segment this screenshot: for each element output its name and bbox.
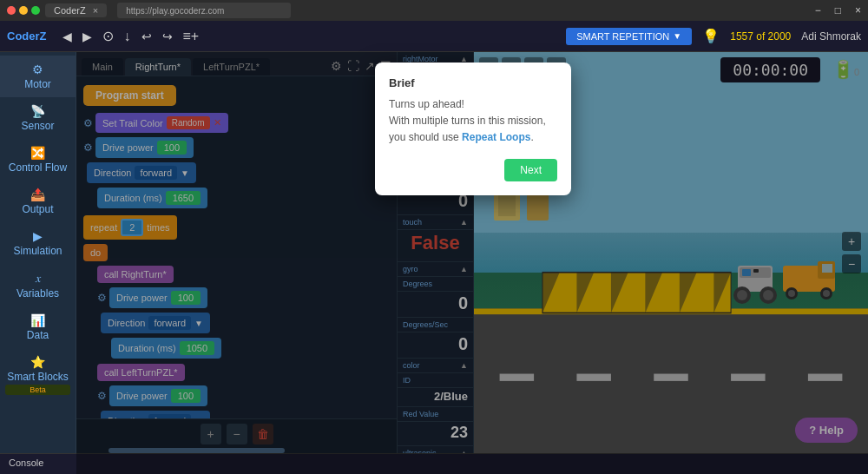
sidebar-item-variables[interactable]: 𝑥 Variables (0, 264, 76, 306)
block-gear-3[interactable]: ⚙ (97, 292, 107, 304)
block-gear-1[interactable]: ⚙ (83, 117, 93, 129)
undo-btn[interactable]: ↩ (138, 28, 155, 45)
brief-next-button[interactable]: Next (504, 159, 557, 181)
duration-val-1[interactable]: 1650 (166, 191, 201, 205)
user-display: Adi Shmorak (801, 30, 861, 43)
touch-value: False (403, 232, 468, 254)
battery-display: 🔋0 (832, 59, 859, 80)
home-btn[interactable]: ⊙ (99, 26, 117, 46)
sidebar-item-simulation[interactable]: ▶ Simulation (0, 222, 76, 264)
sensor-red-value: Red Value (398, 407, 473, 422)
view-zoom-in-btn[interactable]: + (842, 232, 861, 251)
browser-tab-close[interactable]: × (93, 5, 98, 16)
tab-right-turn[interactable]: RightTurn* (125, 58, 191, 76)
sidebar-item-control-flow[interactable]: 🔀 Control Flow (0, 139, 76, 181)
share-icon[interactable]: ↗ (365, 59, 375, 73)
close-btn[interactable]: × (855, 4, 861, 16)
brief-title: Brief (389, 76, 557, 89)
download-btn[interactable]: ↓ (121, 27, 135, 46)
call-right-turn-block[interactable]: call RightTurn* (97, 266, 390, 283)
motor-icon: ⚙ (5, 63, 70, 76)
drive-power-block-1[interactable]: ⚙ Drive power 100 (83, 137, 390, 158)
sidebar-item-output[interactable]: 📤 Output (0, 181, 76, 222)
svg-rect-29 (753, 269, 759, 273)
trash-btn[interactable]: 🗑 (253, 424, 273, 444)
call-left-turn[interactable]: call LeftTurnPZL* (97, 364, 185, 381)
help-button[interactable]: ? Help (795, 418, 858, 443)
svg-rect-3 (576, 373, 610, 380)
call-right-turn[interactable]: call RightTurn* (97, 266, 174, 283)
repeat-block[interactable]: repeat 2 times (83, 215, 390, 240)
direction-drop-2[interactable]: ▼ (194, 319, 203, 328)
forward-btn[interactable]: ▶ (79, 28, 95, 45)
duration-block-2[interactable]: Duration (ms) 1050 (111, 338, 390, 359)
minimize-btn[interactable]: − (815, 4, 821, 16)
maximize-btn[interactable]: □ (835, 4, 841, 16)
block-gear-2[interactable]: ⚙ (83, 142, 93, 154)
timer-display: 00:00:00 (720, 57, 820, 82)
call-left-turn-block[interactable]: call LeftTurnPZL* (97, 364, 390, 381)
sensor-degrees-sec: Degrees/Sec (398, 318, 473, 332)
repeat-num[interactable]: 2 (121, 219, 143, 236)
sidebar-item-data[interactable]: 📊 Data (0, 306, 76, 348)
direction-block-2[interactable]: Direction forward ▼ (101, 313, 390, 333)
direction-val-1[interactable]: forward (135, 166, 177, 180)
drive-val-2[interactable]: 100 (171, 291, 201, 305)
drive-val-3[interactable]: 100 (171, 389, 201, 403)
sensor-touch: touch ▲ (398, 215, 473, 230)
points-display: 1557 of 2000 (730, 30, 791, 43)
duration-block-1[interactable]: Duration (ms) 1650 (97, 188, 390, 208)
direction-drop-1[interactable]: ▼ (181, 168, 189, 178)
settings-icon[interactable]: ⚙ (331, 59, 342, 73)
sensor-color: color ▲ (398, 359, 473, 373)
block-gear-4[interactable]: ⚙ (97, 390, 107, 402)
browser-url: https://play.gocoderz.com (126, 6, 224, 16)
data-icon: 📊 (5, 313, 70, 327)
svg-rect-5 (731, 373, 765, 380)
do-block: do (83, 244, 390, 261)
duration-val-2[interactable]: 1050 (180, 341, 214, 355)
repeat-loops-highlight: Repeat Loops (462, 131, 530, 143)
svg-point-21 (823, 290, 830, 297)
svg-rect-2 (500, 373, 534, 380)
smart-blocks-icon: ⭐ (5, 355, 70, 369)
svg-point-25 (737, 290, 747, 300)
svg-rect-4 (654, 373, 687, 380)
svg-rect-7 (542, 272, 731, 313)
remove-color-btn[interactable]: ✕ (214, 117, 221, 128)
sidebar-item-smart-blocks[interactable]: ⭐ Smart Blocks Beta (0, 348, 76, 402)
sensor-icon: 📡 (5, 104, 70, 118)
h-scrollbar[interactable] (108, 448, 285, 453)
tab-left-turn[interactable]: LeftTurnPZL* (193, 58, 270, 76)
browser-tab[interactable]: CoderZ (54, 5, 86, 16)
set-trail-color-block[interactable]: ⚙ Set Trail Color Random ✕ (83, 113, 390, 133)
sidebar-item-motor[interactable]: ⚙ Motor (0, 56, 76, 97)
drive-val-1[interactable]: 100 (157, 141, 187, 155)
random-badge[interactable]: Random (167, 116, 210, 129)
variables-icon: 𝑥 (5, 271, 70, 286)
add-btn[interactable]: ≡+ (180, 27, 203, 46)
sensor-degrees: Degrees (398, 277, 473, 292)
zoom-out-btn[interactable]: − (227, 424, 247, 444)
smart-repetition-btn[interactable]: SMART REPETITION ▼ (566, 28, 692, 45)
direction-block-1[interactable]: Direction forward ▼ (87, 162, 390, 183)
tab-main[interactable]: Main (82, 58, 123, 76)
back-btn[interactable]: ◀ (59, 28, 76, 45)
direction-block-3[interactable]: Direction forward ▼ (101, 411, 390, 418)
hint-icon[interactable]: 💡 (702, 28, 720, 44)
redo-btn[interactable]: ↪ (159, 28, 176, 45)
zoom-in-btn[interactable]: + (201, 424, 221, 444)
fullscreen-icon[interactable]: ⛶ (347, 59, 359, 73)
drive-power-block-3[interactable]: ⚙ Drive power 100 (97, 385, 390, 406)
svg-rect-6 (808, 373, 842, 380)
drive-power-block-2[interactable]: ⚙ Drive power 100 (97, 287, 390, 308)
brief-body: Turns up ahead! With multiple turns in t… (389, 96, 557, 147)
brief-dialog: Brief Turns up ahead! With multiple turn… (375, 63, 571, 195)
svg-point-27 (763, 290, 773, 300)
sidebar-item-sensor[interactable]: 📡 Sensor (0, 97, 76, 139)
control-flow-icon: 🔀 (5, 146, 70, 160)
direction-val-2[interactable]: forward (148, 316, 191, 330)
view-zoom-out-btn[interactable]: − (842, 254, 861, 273)
degrees-value: 0 (403, 293, 468, 313)
id-value: 2/Blue (403, 390, 468, 403)
